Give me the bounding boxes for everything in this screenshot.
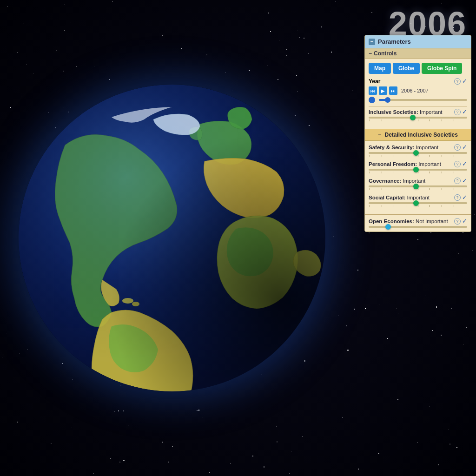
personal-freedom-icons: ? ✓ [454, 160, 467, 167]
personal-freedom-slider[interactable] [369, 169, 467, 171]
panel-header: − Parameters [365, 35, 471, 48]
year-slider-dot[interactable] [369, 97, 375, 103]
personal-freedom-thumb[interactable] [413, 167, 419, 172]
controls-collapse-icon[interactable]: − [369, 50, 372, 57]
open-economies-label: Open Economies: Not Important [369, 218, 448, 224]
personal-freedom-check-icon[interactable]: ✓ [462, 160, 467, 167]
detailed-section-header: − Detailed Inclusive Societies [365, 129, 471, 141]
social-capital-check-icon[interactable]: ✓ [462, 194, 467, 201]
governance-icons: ? ✓ [454, 177, 467, 184]
inclusive-societies-thumb[interactable] [410, 115, 416, 120]
controls-body: Map Globe Globe Spin Year ? ✓ ⏮ ▶ ⏭ 2006… [365, 59, 471, 129]
year-icons: ? ✓ [454, 78, 467, 85]
year-slider-row [369, 97, 467, 103]
globe[interactable] [19, 85, 325, 391]
panel-collapse-icon[interactable]: − [369, 39, 375, 45]
safety-security-thumb[interactable] [413, 150, 419, 156]
open-economies-label-row: Open Economies: Not Important ? ✓ [369, 218, 467, 225]
social-capital-label-row: Social Capital: Important ? ✓ [369, 194, 467, 201]
personal-freedom-ticks [369, 172, 467, 173]
social-capital-help-icon[interactable]: ? [454, 194, 461, 201]
safety-security-help-icon[interactable]: ? [454, 144, 461, 151]
year-range-label: 2006 - 2007 [401, 88, 429, 93]
inclusive-societies-ticks [369, 119, 467, 121]
detailed-label: Detailed Inclusive Societies [384, 132, 457, 138]
year-label-row: Year ? ✓ [369, 78, 467, 85]
map-button[interactable]: Map [369, 63, 391, 74]
social-capital-ticks [369, 205, 467, 207]
inclusive-societies-help-icon[interactable]: ? [454, 109, 461, 115]
year-section: Year ? ✓ ⏮ ▶ ⏭ 2006 - 2007 [369, 78, 467, 103]
inclusive-societies-value: Important [420, 109, 443, 115]
year-help-icon[interactable]: ? [454, 78, 461, 85]
controls-section-header: − Controls [365, 48, 471, 59]
inclusive-societies-label: Inclusive Societies: Important [369, 109, 443, 115]
inclusive-societies-check-icon[interactable]: ✓ [462, 108, 467, 115]
social-capital-slider[interactable] [369, 202, 467, 204]
governance-slider[interactable] [369, 185, 467, 187]
governance-label: Governance: Important [369, 178, 425, 184]
governance-help-icon[interactable]: ? [454, 178, 461, 184]
safety-security-check-icon[interactable]: ✓ [462, 144, 467, 151]
open-economies-thumb[interactable] [385, 224, 391, 230]
year-forward-button[interactable]: ⏭ [389, 86, 397, 95]
parameters-panel: − Parameters − Controls Map Globe Globe … [364, 35, 471, 232]
safety-security-label-row: Safety & Security: Important ? ✓ [369, 144, 467, 151]
globe-button[interactable]: Globe [393, 63, 420, 74]
personal-freedom-param: Personal Freedom: Important ? ✓ [369, 160, 467, 173]
year-back-start-button[interactable]: ⏮ [369, 86, 377, 95]
panel-title: Parameters [378, 38, 411, 45]
inclusive-societies-icons: ? ✓ [454, 108, 467, 115]
governance-param: Governance: Important ? ✓ [369, 177, 467, 190]
social-capital-thumb[interactable] [413, 200, 419, 206]
personal-freedom-label-row: Personal Freedom: Important ? ✓ [369, 160, 467, 167]
globe-container[interactable] [19, 85, 325, 391]
safety-security-label: Safety & Security: Important [369, 145, 438, 150]
safety-security-slider[interactable] [369, 152, 467, 154]
globe-spin-button[interactable]: Globe Spin [422, 63, 462, 74]
year-controls-row: ⏮ ▶ ⏭ 2006 - 2007 [369, 86, 467, 95]
inclusive-societies-slider[interactable] [369, 117, 467, 119]
personal-freedom-help-icon[interactable]: ? [454, 161, 461, 167]
svg-point-5 [19, 85, 325, 391]
inclusive-societies-label-row: Inclusive Societies: Important ? ✓ [369, 108, 467, 115]
detailed-body: Safety & Security: Important ? ✓ Persona [365, 141, 471, 214]
year-slider-track[interactable] [379, 99, 467, 101]
social-capital-icons: ? ✓ [454, 194, 467, 201]
view-buttons-row: Map Globe Globe Spin [369, 63, 467, 74]
safety-security-icons: ? ✓ [454, 144, 467, 151]
open-economies-icons: ? ✓ [454, 218, 467, 225]
social-capital-param: Social Capital: Important ? ✓ [369, 194, 467, 207]
governance-thumb[interactable] [413, 184, 419, 189]
detailed-collapse-icon[interactable]: − [378, 132, 381, 138]
open-economies-help-icon[interactable]: ? [454, 218, 461, 225]
safety-security-ticks [369, 155, 467, 157]
governance-label-row: Governance: Important ? ✓ [369, 177, 467, 184]
open-economies-section: Open Economies: Not Important ? ✓ [365, 214, 471, 231]
governance-check-icon[interactable]: ✓ [462, 177, 467, 184]
year-label: Year [369, 78, 380, 85]
controls-label: Controls [374, 50, 397, 57]
inclusive-societies-param: Inclusive Societies: Important ? ✓ [369, 108, 467, 121]
open-economies-check-icon[interactable]: ✓ [462, 218, 467, 225]
safety-security-param: Safety & Security: Important ? ✓ [369, 144, 467, 157]
personal-freedom-label: Personal Freedom: Important [369, 161, 441, 167]
open-economies-value: Not Important [416, 218, 448, 224]
year-play-button[interactable]: ▶ [379, 86, 387, 95]
governance-ticks [369, 188, 467, 190]
social-capital-label: Social Capital: Important [369, 195, 430, 200]
open-economies-slider[interactable] [369, 226, 467, 228]
year-check-icon[interactable]: ✓ [462, 78, 467, 85]
divider-1 [369, 106, 467, 106]
